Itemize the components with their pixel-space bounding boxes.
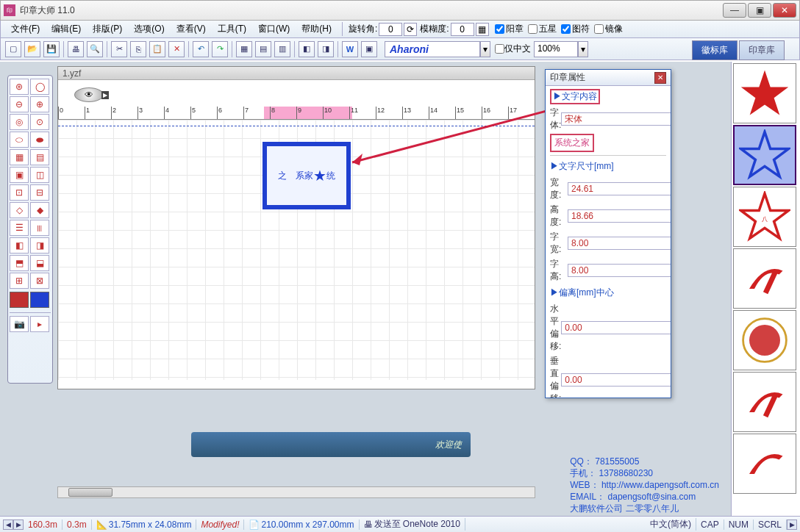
prop-text-input[interactable]: 系统之家	[550, 134, 594, 152]
prop-font-select[interactable]	[561, 112, 671, 126]
prop-close-button[interactable]: ✕	[654, 72, 666, 84]
tool-diamond[interactable]: ◇	[10, 202, 29, 218]
prop-height[interactable]	[568, 209, 671, 223]
statusbar: ◀ ▶ 160.3m 0.3m 📐31.75mm x 24.08mm Modif…	[0, 516, 800, 532]
prop-voffset[interactable]	[561, 373, 671, 387]
tool-sq2[interactable]: ◫	[30, 167, 49, 183]
eye-icon[interactable]: 👁	[74, 87, 104, 102]
tool-circle-star[interactable]: ⊛	[10, 79, 29, 95]
tool-bars1[interactable]: ☰	[10, 220, 29, 236]
prop-hoffset[interactable]	[561, 321, 671, 334]
sb-left[interactable]: ◀	[3, 520, 13, 530]
menu-layout[interactable]: 排版(P)	[87, 21, 128, 37]
sb-right[interactable]: ▶	[13, 520, 24, 530]
menu-window[interactable]: 窗口(W)	[252, 21, 296, 37]
tool-split1[interactable]: ◧	[10, 237, 29, 254]
chk-star[interactable]	[528, 24, 538, 34]
prop-charwidth[interactable]	[568, 237, 671, 250]
tab-emblem-lib[interactable]: 徽标库	[692, 40, 738, 60]
tool-ellipse2[interactable]: ⬬	[30, 132, 49, 148]
undo-button[interactable]: ↶	[193, 41, 209, 57]
tool-x2[interactable]: ⊠	[30, 273, 49, 289]
menu-tools[interactable]: 工具(T)	[212, 21, 252, 37]
prop-width[interactable]	[568, 182, 671, 195]
stamp-object[interactable]: 之 系 家★统	[262, 142, 351, 209]
section-text-content[interactable]: ▶文字内容	[550, 89, 600, 104]
emblem-star-ba[interactable]: 八	[733, 187, 796, 247]
section-offset[interactable]: ▶偏离[mm]中心	[550, 285, 666, 301]
emblem-hammer-sickle2[interactable]	[733, 372, 796, 432]
tool-d[interactable]: ◧	[299, 41, 315, 57]
tool-sq4[interactable]: ⊟	[30, 184, 49, 201]
chk-mirror[interactable]	[594, 24, 604, 34]
tool-minus-circle[interactable]: ⊖	[10, 96, 29, 112]
tool-more[interactable]: ▸	[30, 316, 49, 332]
delete-button[interactable]: ✕	[168, 41, 185, 57]
open-button[interactable]: 📂	[24, 41, 40, 57]
prop-charheight[interactable]	[568, 264, 671, 277]
font-dropdown[interactable]: ▾	[480, 41, 490, 57]
print-button[interactable]: 🖶	[68, 41, 84, 57]
tool-diamond2[interactable]: ◆	[30, 202, 49, 218]
chk-cnonly[interactable]	[495, 44, 504, 54]
color-blue[interactable]	[30, 292, 49, 308]
zoom-dropdown[interactable]: ▾	[578, 41, 588, 57]
h-scrollbar[interactable]	[57, 486, 535, 498]
tool-ellipse[interactable]: ⬭	[10, 132, 29, 148]
color-red[interactable]	[10, 292, 29, 308]
paste-button[interactable]: 📋	[149, 41, 165, 57]
sb-end[interactable]: ▶	[787, 520, 797, 530]
preview-button[interactable]: 🔍	[87, 41, 103, 57]
tool-split4[interactable]: ⬓	[30, 255, 49, 271]
tool-sq3[interactable]: ⊡	[10, 184, 29, 201]
tool-x1[interactable]: ⊞	[10, 273, 29, 289]
rotate-input[interactable]	[379, 23, 402, 36]
tool-f[interactable]: ▣	[361, 41, 377, 57]
tool-split2[interactable]: ◨	[30, 237, 49, 254]
section-text-size[interactable]: ▶文字尺寸[mm]	[550, 159, 666, 174]
tool-b[interactable]: ▤	[255, 41, 271, 57]
menu-help[interactable]: 帮助(H)	[296, 21, 338, 37]
emblem-outline-star[interactable]	[733, 125, 796, 185]
emblem-national[interactable]	[733, 310, 796, 370]
blur-apply-button[interactable]: ▦	[476, 23, 489, 36]
minimize-button[interactable]: —	[723, 3, 746, 18]
tab-stamp-lib[interactable]: 印章库	[739, 40, 785, 60]
maximize-button[interactable]: ▣	[748, 3, 771, 18]
redo-button[interactable]: ↷	[212, 41, 228, 57]
canvas[interactable]: 之 系 家★统	[58, 120, 535, 380]
chk-positive[interactable]	[495, 24, 504, 34]
menu-edit[interactable]: 编辑(E)	[46, 21, 87, 37]
save-button[interactable]: 💾	[43, 41, 60, 57]
tool-circle[interactable]: ◯	[30, 79, 49, 95]
blur-input[interactable]	[451, 23, 474, 36]
tool-split3[interactable]: ⬒	[10, 255, 29, 271]
tool-e[interactable]: ◨	[318, 41, 334, 57]
copy-button[interactable]: ⎘	[130, 41, 146, 57]
tool-grid[interactable]: ▦	[10, 149, 29, 165]
tool-camera[interactable]: 📷	[10, 316, 29, 332]
star-icon: ★	[313, 167, 326, 184]
menu-options[interactable]: 选项(O)	[128, 21, 170, 37]
tool-c[interactable]: ▥	[274, 41, 290, 57]
zoom-select[interactable]: 100%	[534, 41, 578, 57]
menu-file[interactable]: 文件(F)	[5, 21, 46, 37]
tool-sq1[interactable]: ▣	[10, 167, 29, 183]
tool-w[interactable]: W	[342, 41, 358, 57]
tool-grid2[interactable]: ▤	[30, 149, 49, 165]
tool-plus-circle[interactable]: ⊕	[30, 96, 49, 112]
cut-button[interactable]: ✂	[111, 41, 127, 57]
close-button[interactable]: ✕	[773, 3, 796, 18]
font-select[interactable]: Aharoni	[385, 41, 480, 57]
emblem-hammer-sickle[interactable]	[733, 248, 796, 309]
emblem-hammer-sickle3[interactable]	[733, 434, 796, 494]
rotate-apply-button[interactable]: ⟳	[404, 23, 417, 36]
emblem-red-star[interactable]	[733, 63, 796, 123]
tool-ring[interactable]: ◎	[10, 114, 29, 130]
menu-view[interactable]: 查看(V)	[171, 21, 212, 37]
tool-dot-circle[interactable]: ⊙	[30, 114, 49, 130]
chk-symbol[interactable]	[561, 24, 571, 34]
tool-bars2[interactable]: ⫼	[30, 220, 49, 236]
new-button[interactable]: ▢	[5, 41, 21, 57]
tool-a[interactable]: ▦	[236, 41, 252, 57]
